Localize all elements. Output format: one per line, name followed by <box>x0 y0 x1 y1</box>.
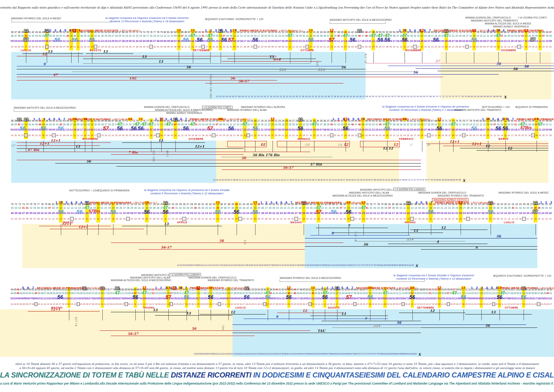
day-column: 78053209 <box>40 202 44 225</box>
axis-number: 80 <box>436 179 438 182</box>
distance-label: 56 <box>396 321 401 325</box>
drop-line <box>175 141 176 152</box>
axis-number: 51 <box>354 179 356 182</box>
day-column: 10280401 <box>466 202 470 225</box>
drop-line <box>505 141 506 152</box>
axis-number: 65 <box>420 96 422 99</box>
header-provenance-text: estratto dal Rapporto sullo stato giurid… <box>0 6 554 9</box>
axis-number: 88 <box>399 264 401 268</box>
drop-line <box>210 52 211 63</box>
axis-number: 91 <box>406 264 409 268</box>
footnote-block: oltre ai 16 Totem distanti 56 e 57 giorn… <box>0 362 554 370</box>
boxed-date <box>358 45 361 49</box>
season-header: 1 2 3 4 5 6 7 SECONDO MESE D'AUTUNNO ( 4… <box>33 115 133 122</box>
axis-number: 65 <box>340 264 343 268</box>
rotated-label: 401 <box>222 325 224 330</box>
axis-number: 85 <box>393 353 396 356</box>
day-column: 19360109 <box>156 202 160 225</box>
axis-number: 60 <box>334 353 336 356</box>
totem-badge-13: 13 <box>177 29 181 32</box>
axis-number: 20 <box>267 179 269 182</box>
season-header: 1 2 3 4 5 6 7 SECONDO MESE DI PRIMAVERA … <box>260 198 363 205</box>
day-column: 03051521 <box>441 288 444 310</box>
axis-number: 78 <box>377 353 379 356</box>
day-column: 03052520 <box>215 30 219 53</box>
totem-badge-56: 56 <box>471 37 477 42</box>
boxed-date <box>126 217 130 221</box>
day-column: 33350321 <box>254 288 257 310</box>
axis-number: 36 <box>266 264 268 268</box>
drop-line <box>499 309 500 320</box>
axis-number: 43 <box>284 264 286 268</box>
drop-line <box>349 224 349 235</box>
day-column: 07090925 <box>549 30 552 53</box>
day-column: 21230708 <box>278 30 281 53</box>
day-column: 32340220 <box>251 288 254 310</box>
day-column: 66263623 <box>353 288 356 310</box>
axis-number: 20 <box>225 264 228 268</box>
totem-badge-56: 56 <box>40 126 46 131</box>
day-column: 54382411 <box>317 288 320 310</box>
axis-number: 12 <box>220 353 222 356</box>
annotation-label: MINIMA DURATA DEL CREPUSCOLO <box>144 106 189 108</box>
season-title: PRIMO MESE D'INVERNO <box>507 29 544 32</box>
axis-number: 51 <box>304 264 307 268</box>
annotation-label: la stagione compresa tra l'équinox d'aut… <box>105 16 189 23</box>
totem-badge-56: 56 <box>221 37 227 42</box>
distance-label: 56 Bis 176 Bis <box>253 154 280 157</box>
axis-number: 87 <box>490 96 492 99</box>
drop-line <box>332 52 332 63</box>
axis-number: 86 <box>487 96 489 99</box>
month-label: DICEMBRE <box>501 49 516 52</box>
week-numbers: 4 5 6 7 <box>416 201 434 204</box>
totem-badge-12: 12 <box>142 286 146 290</box>
annotation-label: la Stagione compresa tra il Solstiz d'es… <box>393 274 474 280</box>
day-column: 76163303 <box>462 119 465 141</box>
axis-number: 13 <box>254 96 256 99</box>
day-column: 18350208 <box>152 202 156 225</box>
axis-number: 45 <box>356 96 358 99</box>
axis-number: 05 <box>188 264 190 268</box>
axis-number: 53 <box>317 353 320 356</box>
axis-number: 10 <box>215 353 218 356</box>
totem-badge-13: 13 <box>24 29 28 33</box>
drop-line <box>422 141 422 152</box>
axis-number: 04 <box>201 353 203 356</box>
axis-number: 36 <box>327 96 330 99</box>
day-column: 16180204 <box>480 288 483 310</box>
totem-badge-56: 56 <box>55 37 60 42</box>
day-column: 49430606 <box>26 288 29 310</box>
day-column: 31442522 <box>545 202 548 225</box>
day-column: 51412108 <box>309 288 311 310</box>
boxed-date <box>149 45 153 49</box>
totem-badge-13: 13 <box>215 201 220 204</box>
totem-badge-47: 47 <box>190 122 195 126</box>
season-title: SECONDO MESE D'ESTATE <box>356 286 396 290</box>
annotation-label: MASSIMO ANTICIPO DEL SOLE A MEZZOGIORNO <box>14 106 76 109</box>
day-column: 79133105 <box>393 288 396 310</box>
annotation-label: MINIMA DURATA DEL CREPUSCOLO <box>465 16 511 19</box>
drop-line <box>464 309 464 320</box>
day-column: 04061323 <box>531 119 535 141</box>
axis-number: 08 <box>195 264 197 268</box>
axis-number: 39 <box>320 179 323 182</box>
axis-number: 27 <box>255 353 258 356</box>
axis-number: 73 <box>416 179 419 182</box>
distance-label: 56 <box>341 66 346 69</box>
axis-number: 64 <box>391 179 393 182</box>
day-column: 09261130 <box>119 202 122 225</box>
day-column: 14310604 <box>138 202 141 225</box>
axis-number: 17 <box>218 264 220 268</box>
totem-badge-56: 56 <box>132 294 138 300</box>
axis-number: 90 <box>405 353 408 356</box>
axis-number: 74 <box>363 264 366 268</box>
boxed-date <box>247 134 250 137</box>
day-column: 68242824 <box>122 30 125 53</box>
day-count-axis: 0102030405060708091011121314151617181920… <box>194 353 421 356</box>
axis-number: 18 <box>270 96 272 99</box>
annotation-label: MASSIMO ANTICIPO DELL'ALBA <box>349 191 389 194</box>
rotated-label: 101 <box>244 240 246 245</box>
totem-badge-56: 56 <box>20 126 26 131</box>
day-column: 80123006 <box>396 288 399 310</box>
day-column: 47450404 <box>19 288 22 310</box>
